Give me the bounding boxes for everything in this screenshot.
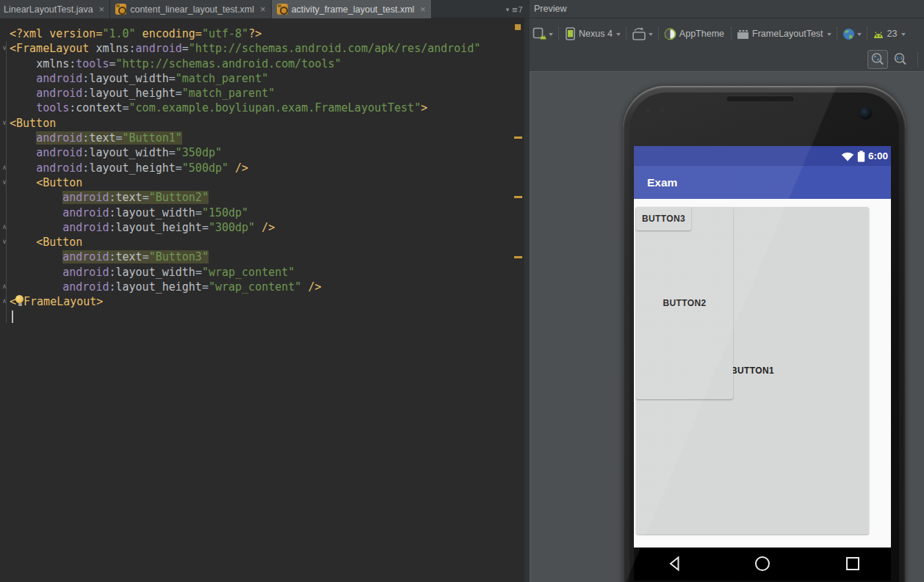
editor-tab-bar: LinearLayoutTest.java × content_linear_l… [0, 0, 524, 18]
code-token: FrameLayout> [24, 295, 103, 308]
code-token: "utf-8" [202, 27, 248, 40]
close-icon[interactable]: × [260, 4, 266, 14]
tab-content-linear-layout-test-xml[interactable]: content_linear_layout_test.xml × [110, 0, 271, 18]
activity-picker[interactable]: FrameLayoutTest [737, 26, 831, 41]
button2-label: BUTTON2 [663, 298, 706, 308]
code-token: tools [36, 101, 69, 114]
earpiece-speaker [726, 95, 794, 101]
code-token: context [76, 101, 122, 114]
error-stripe-mark[interactable] [514, 196, 522, 198]
tab-linearlayouttest-java[interactable]: LinearLayoutTest.java × [0, 0, 110, 18]
wifi-icon [841, 151, 854, 161]
code-token: = [123, 101, 129, 114]
chevron-down-icon [857, 33, 862, 36]
code-token [10, 57, 36, 70]
close-icon[interactable]: × [99, 4, 105, 14]
error-stripe-mark[interactable] [514, 256, 522, 258]
code-token: layout_height [116, 221, 202, 234]
chevron-down-icon [549, 33, 553, 36]
locale-picker[interactable] [842, 26, 862, 41]
theme-picker[interactable]: AppTheme [664, 26, 726, 41]
intention-bulb-icon[interactable] [16, 296, 24, 305]
code-token: = [142, 191, 149, 204]
code-token: = [202, 280, 209, 294]
code-token: android [62, 250, 109, 263]
close-icon[interactable]: × [420, 4, 426, 14]
code-token: = [169, 146, 176, 159]
code-line: tools:context="com.example.boyliupan.exa… [0, 101, 524, 115]
code-token: "com.example.boyliupan.exam.FrameLayoutT… [129, 101, 421, 114]
code-token [10, 250, 62, 263]
chevron-down-icon [649, 33, 653, 36]
editor-preview-splitter[interactable] [524, 0, 530, 582]
code-token: = [182, 42, 189, 55]
render-config-button[interactable] [533, 26, 553, 41]
editor-code[interactable]: <?xml version="1.0" encoding="utf-8"?><F… [0, 26, 524, 324]
code-token: /> [255, 221, 275, 234]
preview-canvas: 6:00 Exam BUTTON1 BUTTON2 BUTTON3 [530, 71, 924, 582]
toolbar-separator [867, 27, 867, 40]
device-icon [564, 27, 576, 40]
tab-label: LinearLayoutTest.java [4, 4, 93, 15]
code-line: xmlns:tools="http://schemas.android.com/… [0, 57, 524, 71]
preview-panel: Preview Nexus 4 [530, 0, 924, 582]
render-config-icon [533, 27, 546, 40]
error-stripe-mark[interactable] [514, 137, 522, 139]
zoom-actual-size-button[interactable]: 1:1 [890, 50, 911, 69]
status-bar-time: 6:00 [868, 150, 888, 161]
code-token: "Button3" [149, 250, 209, 263]
code-line: <FrameLayout xmlns:android="http://schem… [0, 41, 524, 56]
code-token: : [69, 101, 76, 114]
code-token: = [169, 72, 176, 85]
code-line: android:layout_height="wrap_content" /> [0, 280, 524, 294]
chevron-down-icon [616, 33, 621, 36]
orientation-picker[interactable] [632, 26, 653, 41]
code-token: /> [301, 280, 321, 294]
toolbar-separator [917, 52, 918, 67]
code-token: android [62, 206, 109, 219]
preview-button2: BUTTON2 [636, 207, 733, 399]
code-line: android:layout_width="match_parent" [0, 71, 524, 86]
code-token: "300dp" [209, 221, 255, 234]
frame-layout-content: BUTTON1 BUTTON2 BUTTON3 [634, 199, 891, 548]
code-token: : [109, 266, 115, 279]
code-token: android [36, 146, 82, 159]
zoom-to-fit-button[interactable] [867, 50, 888, 69]
tab-label: content_linear_layout_test.xml [130, 4, 254, 15]
svg-text:1:1: 1:1 [896, 56, 903, 60]
code-token: : [109, 250, 115, 263]
proximity-sensor-dot [646, 108, 651, 113]
app-bar: Exam [634, 166, 891, 199]
code-line: <Button [0, 116, 524, 131]
device-name: Nexus 4 [579, 29, 613, 39]
toolbar-separator [731, 27, 732, 40]
android-studio-window: LinearLayoutTest.java × content_linear_l… [0, 0, 924, 582]
code-token: "150dp" [202, 206, 248, 219]
preview-panel-title: Preview [530, 0, 924, 18]
api-level-picker[interactable]: 23 [873, 26, 906, 41]
zoom-controls: 1:1 [867, 50, 924, 69]
code-token [10, 176, 36, 189]
android-xml-file-icon [277, 4, 288, 15]
code-token: "500dp" [182, 161, 228, 175]
status-bar: 6:00 [634, 146, 891, 166]
code-token: : [109, 221, 115, 234]
hidden-tabs-dropdown[interactable]: ▼ ≡ 7 [505, 3, 523, 16]
code-token [10, 131, 36, 145]
code-token: android [62, 221, 109, 234]
code-token: = [142, 250, 149, 263]
device-picker[interactable]: Nexus 4 [564, 26, 621, 41]
orientation-icon [632, 27, 646, 40]
proximity-sensor-dot [660, 108, 665, 113]
code-line: <Button [0, 235, 524, 250]
code-line: android:layout_width="350dp" [0, 145, 524, 160]
preview-button3: BUTTON3 [636, 207, 691, 230]
toolbar-separator [658, 27, 659, 40]
code-token: text [116, 191, 142, 204]
code-line: android:text="Button3" [0, 250, 524, 264]
theme-name: AppTheme [679, 29, 724, 39]
error-stripe-status-square[interactable] [515, 24, 521, 30]
button3-label: BUTTON3 [642, 214, 685, 224]
tab-activity-frame-layout-test-xml[interactable]: activity_frame_layout_test.xml × [272, 0, 432, 18]
xml-editor[interactable]: ∨∨∧∨∧∨∧∧ <?xml version="1.0" encoding="u… [0, 18, 524, 582]
